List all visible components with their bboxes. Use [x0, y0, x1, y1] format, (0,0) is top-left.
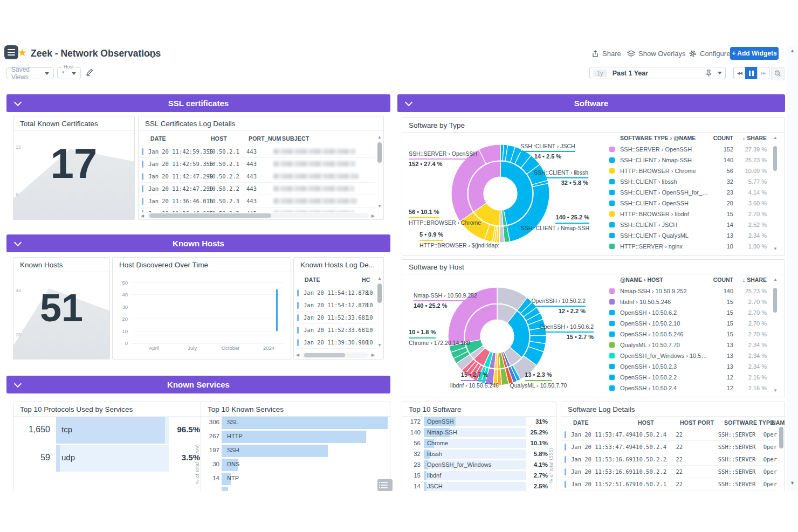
- add-widgets-button[interactable]: + Add Widgets: [730, 47, 779, 60]
- table-row[interactable]: Jan 20 11:52:33.68110: [294, 324, 375, 336]
- legend-row[interactable]: HTTP::BROWSER › libdnf152.70 %: [606, 209, 778, 219]
- software-bar-row[interactable]: 32libssh5.8%: [402, 450, 556, 459]
- table-row[interactable]: Jan 20 11:53:47.49410.50.2.422SSH::SERVE…: [561, 429, 777, 441]
- bar-fill[interactable]: [222, 431, 366, 443]
- column-header-host[interactable]: HC: [362, 277, 370, 283]
- favorite-star-icon[interactable]: ★: [18, 47, 27, 58]
- table-row[interactable]: Jan 20 11:39:30.98010: [294, 349, 375, 350]
- time-step-forward-button[interactable]: ▶▶: [757, 67, 769, 79]
- scroll-down-icon[interactable]: ▼: [773, 246, 778, 251]
- collapse-chevron-icon[interactable]: [405, 99, 412, 106]
- scroll-up-icon[interactable]: ▲: [773, 277, 778, 282]
- page-scrollbar[interactable]: ▲ ▼: [787, 46, 797, 491]
- software-bar-row[interactable]: 14JSCH2.5%: [402, 482, 556, 491]
- software-bar-row[interactable]: 56Chrome10.1%: [402, 439, 556, 448]
- table-row[interactable]: Jan 20 11:54:12.87810: [294, 287, 375, 299]
- legend-row[interactable]: Nmap-SSH › 10.50.9.25214025.23 %: [606, 286, 778, 296]
- host-filter-dropdown[interactable]: Host *: [57, 67, 81, 79]
- legend-row[interactable]: OpenSSH › 10.50.2.4122.16 %: [606, 383, 778, 393]
- panel-header-known-hosts[interactable]: Known Hosts: [6, 234, 390, 252]
- table-row[interactable]: Jan 20 11:36:46.01510.50.2.3443: [139, 195, 375, 208]
- scroll-left-icon[interactable]: ◀: [141, 213, 144, 218]
- table-row[interactable]: Jan 20 11:53:47.49410.50.2.422SSH::SERVE…: [561, 441, 777, 453]
- edit-filters-button[interactable]: [85, 68, 94, 79]
- saved-views-dropdown[interactable]: Saved Views: [6, 67, 54, 79]
- table-row[interactable]: Jan 20 11:53:16.69110.50.2.222SSH::SERVE…: [561, 453, 777, 466]
- panel-header-ssl-certificates[interactable]: SSL certificates: [6, 94, 390, 112]
- scroll-down-icon[interactable]: ▼: [790, 480, 795, 486]
- protocol-bar-row[interactable]: 1,650tcp96.5%: [13, 417, 202, 444]
- bar-fill[interactable]: [222, 487, 228, 491]
- legend-row[interactable]: SSH::CLIENT › libssh325.77 %: [606, 176, 778, 187]
- software-bar-row[interactable]: 23OpenSSH_for_Windows4.1%: [402, 460, 556, 470]
- legend-row[interactable]: OpenSSH › 10.50.2.3132.34 %: [606, 361, 778, 372]
- legend-header-count[interactable]: COUNT: [708, 277, 733, 283]
- collapse-chevron-icon[interactable]: [14, 99, 22, 106]
- service-bar-row[interactable]: 306SSL: [201, 417, 390, 429]
- horizontal-scrollbar[interactable]: [302, 353, 368, 358]
- pause-button[interactable]: [745, 67, 758, 79]
- column-header-host-port[interactable]: HOST PORT: [680, 419, 714, 426]
- protocol-bar-row[interactable]: 59udp3.5%: [13, 445, 202, 472]
- legend-header-share[interactable]: ↓ SHARE: [733, 135, 767, 141]
- legend-row[interactable]: libdnf › 10.50.5.246152.70 %: [606, 296, 778, 307]
- scroll-right-icon[interactable]: ▶: [372, 213, 375, 218]
- legend-header-name[interactable]: SOFTWARE TYPE › @NAME: [620, 135, 708, 141]
- service-bar-row[interactable]: [201, 487, 390, 491]
- horizontal-scrollbar-thumb[interactable]: [304, 353, 345, 357]
- vertical-scrollbar-thumb[interactable]: [377, 142, 382, 163]
- legend-header-share[interactable]: ↓ SHARE: [733, 277, 767, 283]
- legend-row[interactable]: HTTP::SERVER › nginx101.80 %: [606, 241, 778, 252]
- collapse-chevron-icon[interactable]: [14, 239, 22, 246]
- pin-icon[interactable]: [705, 70, 712, 77]
- column-header-host[interactable]: HOST: [638, 419, 654, 426]
- bar-fill[interactable]: [56, 417, 165, 444]
- menu-hamburger-button[interactable]: [4, 45, 18, 59]
- scroll-up-icon[interactable]: ▲: [377, 276, 382, 281]
- bar-fill[interactable]: [424, 482, 426, 491]
- legend-row[interactable]: SSH::CLIENT › JSCH142.52 %: [606, 219, 778, 230]
- scroll-up-icon[interactable]: ▲: [377, 135, 382, 140]
- legend-row[interactable]: SSH::CLIENT › QualysML132.34 %: [606, 230, 778, 241]
- panel-header-software[interactable]: Software: [397, 94, 785, 112]
- legend-row[interactable]: OpenSSH › 10.50.2.2122.16 %: [606, 372, 778, 383]
- service-bar-row[interactable]: 267HTTP: [201, 431, 390, 443]
- bar-fill[interactable]: [56, 445, 60, 472]
- software-bar-row[interactable]: 172OpenSSH31%: [402, 417, 556, 427]
- legend-toggle-button[interactable]: [377, 479, 393, 491]
- vertical-scrollbar-thumb[interactable]: [773, 288, 777, 313]
- table-row[interactable]: Jan 20 11:54:12.87810: [294, 299, 375, 312]
- bar-fill[interactable]: [222, 417, 388, 429]
- column-header-port[interactable]: PORT_NUM: [249, 135, 281, 142]
- table-row[interactable]: Jan 20 11:42:47.29910.50.2.2443: [139, 170, 375, 183]
- horizontal-scrollbar[interactable]: [147, 213, 368, 218]
- legend-row[interactable]: OpenSSH › 10.50.2.10152.70 %: [606, 318, 778, 329]
- legend-row[interactable]: SSH::SERVER › OpenSSH15227.39 %: [606, 144, 778, 155]
- scroll-down-icon[interactable]: ▼: [377, 204, 382, 209]
- legend-row[interactable]: HTTP::BROWSER › Chrome5610.09 %: [606, 165, 778, 176]
- table-row[interactable]: Jan 20 11:42:47.29910.50.2.2443: [139, 183, 375, 195]
- vertical-scrollbar-thumb[interactable]: [773, 146, 777, 171]
- table-row[interactable]: Jan 20 11:42:59.35510.50.2.1443: [139, 146, 375, 158]
- horizontal-scrollbar-thumb[interactable]: [149, 213, 271, 218]
- column-header-host[interactable]: HOST: [211, 135, 227, 142]
- legend-row[interactable]: QualysML › 10.50.7.70132.34 %: [606, 340, 778, 350]
- column-header-date[interactable]: DATE: [305, 277, 320, 283]
- time-range-selector[interactable]: 1y Past 1 Year: [589, 67, 726, 79]
- table-row[interactable]: Jan 20 11:52:51.67910.50.2.122SSH::SERVE…: [561, 490, 777, 491]
- scroll-up-icon[interactable]: ▲: [779, 419, 783, 424]
- bar-fill[interactable]: [424, 471, 426, 480]
- software-bar-row[interactable]: 15libdnf2.7%: [402, 471, 556, 481]
- table-row[interactable]: Jan 20 11:36:46.01510.50.2.3443: [139, 208, 375, 212]
- collapse-chevron-icon[interactable]: [14, 380, 22, 388]
- scroll-down-icon[interactable]: ▼: [377, 343, 382, 348]
- share-button[interactable]: Share: [591, 50, 621, 58]
- table-row[interactable]: Jan 20 11:53:16.69110.50.2.222SSH::SERVE…: [561, 466, 777, 478]
- legend-row[interactable]: SSH::CLIENT › OpenSSH_for_Windows234.14 …: [606, 187, 778, 198]
- legend-row[interactable]: OpenSSH › 10.50.6.2152.70 %: [606, 307, 778, 318]
- vertical-scrollbar-thumb[interactable]: [377, 284, 382, 303]
- column-header-date[interactable]: DATE: [150, 135, 166, 142]
- vertical-scrollbar-thumb[interactable]: [779, 427, 783, 448]
- service-bar-row[interactable]: 197SSH: [201, 445, 390, 457]
- time-zoom-out-button[interactable]: [771, 67, 785, 80]
